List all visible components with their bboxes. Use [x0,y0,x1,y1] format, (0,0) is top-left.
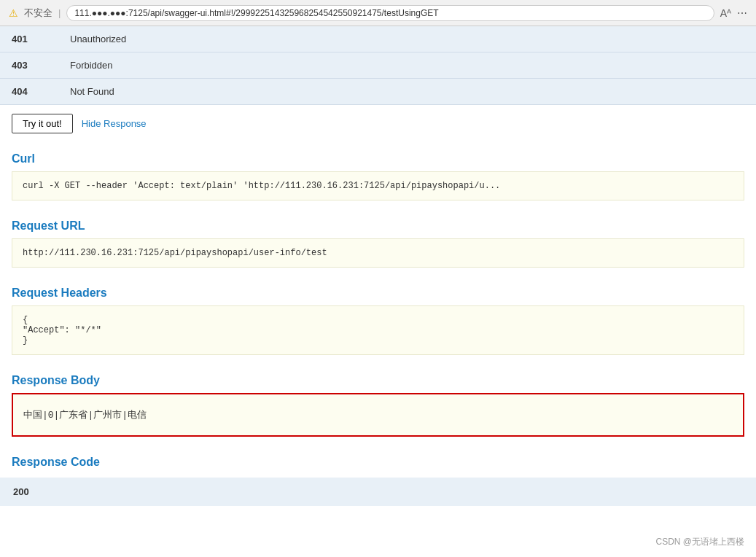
response-code-table: 200 [0,478,756,506]
table-row-401: 401 Unauthorized [0,26,756,52]
response-body-container: 中国|0|广东省|广州市|电信 [12,393,744,437]
response-code-401: 401 [0,26,58,52]
hide-response-link[interactable]: Hide Response [82,118,147,129]
url-bar[interactable]: 111.●●●.●●●:7125/api/swagger-ui.html#!/2… [66,5,714,21]
curl-section-title: Curl [0,142,756,171]
response-code-404: 404 [0,79,58,105]
response-desc-403: Forbidden [58,52,756,79]
request-headers-title: Request Headers [0,276,756,305]
page-content: 401 Unauthorized 403 Forbidden 404 Not F… [0,26,756,506]
browser-icons: Aᴬ ⋯ [720,7,747,19]
responses-table: 401 Unauthorized 403 Forbidden 404 Not F… [0,26,756,105]
browser-bar: ⚠ 不安全 | 111.●●●.●●●:7125/api/swagger-ui.… [0,0,756,26]
button-row: Try it out! Hide Response [0,105,756,142]
request-url-code-block: http://111.230.16.231:7125/api/pipayshop… [12,238,744,268]
response-desc-401: Unauthorized [58,26,756,52]
request-headers-code-block: { "Accept": "*/*" } [12,305,744,355]
headers-line1: { [23,315,733,325]
separator: | [58,7,61,18]
response-body-title: Response Body [0,364,756,393]
response-code-403: 403 [0,52,58,79]
response-code-title: Response Code [0,445,756,475]
response-code-row: 200 [1,479,755,505]
font-size-icon[interactable]: Aᴬ [720,7,731,19]
try-it-out-button[interactable]: Try it out! [12,114,73,133]
request-url-title: Request URL [0,209,756,238]
table-row-403: 403 Forbidden [0,52,756,79]
warning-icon: ⚠ [9,7,18,19]
response-body-content: 中国|0|广东省|广州市|电信 [23,408,147,421]
curl-code-block: curl -X GET --header 'Accept: text/plain… [12,171,744,200]
menu-icon[interactable]: ⋯ [737,7,747,19]
insecure-label: 不安全 [24,7,52,20]
response-code-value: 200 [1,479,755,505]
response-body-box: 中国|0|广东省|广州市|电信 [12,393,744,437]
response-desc-404: Not Found [58,79,756,105]
headers-line2: "Accept": "*/*" [23,325,733,335]
headers-line3: } [23,335,733,346]
table-row-404: 404 Not Found [0,79,756,105]
